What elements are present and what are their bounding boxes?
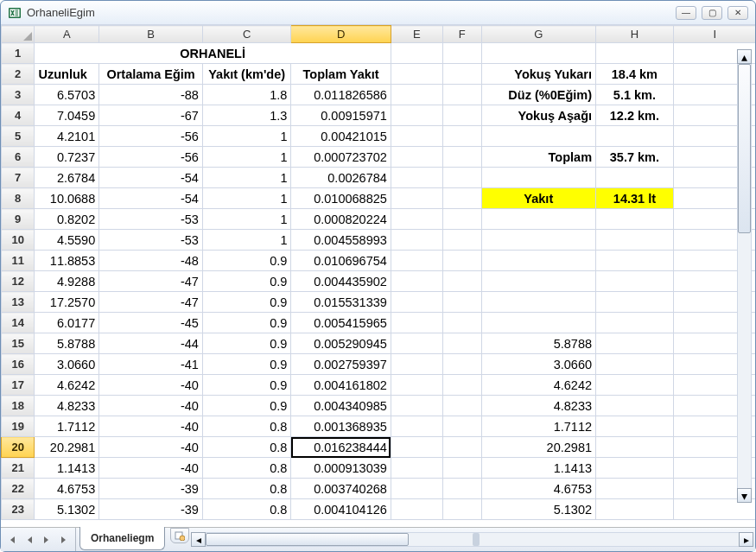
summary-label-3[interactable]: Düz (%0Eğim) xyxy=(481,85,595,105)
cell-H12[interactable] xyxy=(596,271,674,292)
cell-B10[interactable]: -53 xyxy=(99,230,203,251)
cell-A22[interactable]: 4.6753 xyxy=(35,479,99,499)
cell-H18[interactable] xyxy=(596,396,674,416)
cell-D21[interactable]: 0.000913039 xyxy=(291,458,391,479)
cell-E3[interactable] xyxy=(391,85,442,105)
row-header-23[interactable]: 23 xyxy=(2,499,35,520)
cell-H19[interactable] xyxy=(596,416,674,437)
col-header-D[interactable]: D xyxy=(291,26,391,43)
cell-F21[interactable] xyxy=(442,458,481,479)
cell-D3[interactable]: 0.011826586 xyxy=(291,85,391,105)
row-header-7[interactable]: 7 xyxy=(2,168,35,188)
cell-F10[interactable] xyxy=(442,230,481,251)
summary-label-5[interactable] xyxy=(481,126,595,147)
horizontal-scroll-thumb[interactable] xyxy=(206,533,408,546)
cell-A20[interactable]: 20.2981 xyxy=(35,437,99,458)
cell-F13[interactable] xyxy=(442,292,481,313)
cell-A8[interactable]: 10.0688 xyxy=(35,188,99,209)
cell-G13[interactable] xyxy=(481,292,595,313)
cell-D18[interactable]: 0.004340985 xyxy=(291,396,391,416)
cell-F19[interactable] xyxy=(442,416,481,437)
cell-B7[interactable]: -54 xyxy=(99,168,203,188)
cell-G22[interactable]: 4.6753 xyxy=(481,479,595,499)
cell-B12[interactable]: -47 xyxy=(99,271,203,292)
cell-G15[interactable]: 5.8788 xyxy=(481,333,595,354)
col-header-H[interactable]: H xyxy=(596,26,674,43)
tab-prev-button[interactable] xyxy=(22,532,37,548)
sheet-area[interactable]: A B C D E F G H I 1ORHANELİ2UzunlukOrtal… xyxy=(1,25,755,527)
cell-C19[interactable]: 0.8 xyxy=(202,416,291,437)
cell-E20[interactable] xyxy=(391,437,442,458)
cell-E14[interactable] xyxy=(391,313,442,333)
header-toplam-yakit[interactable]: Toplam Yakıt xyxy=(291,64,391,85)
cell-B6[interactable]: -56 xyxy=(99,147,203,168)
cell-H15[interactable] xyxy=(596,333,674,354)
cell-D17[interactable]: 0.004161802 xyxy=(291,375,391,396)
cell-A23[interactable]: 5.1302 xyxy=(35,499,99,520)
cell-G23[interactable]: 5.1302 xyxy=(481,499,595,520)
cell-B22[interactable]: -39 xyxy=(99,479,203,499)
cell-F14[interactable] xyxy=(442,313,481,333)
cell-F4[interactable] xyxy=(442,105,481,126)
cell-E22[interactable] xyxy=(391,479,442,499)
empty-cell[interactable] xyxy=(442,43,481,64)
cell-G18[interactable]: 4.8233 xyxy=(481,396,595,416)
row-header-19[interactable]: 19 xyxy=(2,416,35,437)
cell-G11[interactable] xyxy=(481,251,595,271)
cell-D12[interactable]: 0.004435902 xyxy=(291,271,391,292)
cell-G21[interactable]: 1.1413 xyxy=(481,458,595,479)
row-header-20[interactable]: 20 xyxy=(2,437,35,458)
cell-F6[interactable] xyxy=(442,147,481,168)
cell-D11[interactable]: 0.010696754 xyxy=(291,251,391,271)
cell-D6[interactable]: 0.000723702 xyxy=(291,147,391,168)
cell-H14[interactable] xyxy=(596,313,674,333)
cell-F20[interactable] xyxy=(442,437,481,458)
summary-label-4[interactable]: Yokuş Aşağı xyxy=(481,105,595,126)
cell-A19[interactable]: 1.7112 xyxy=(35,416,99,437)
cell-H23[interactable] xyxy=(596,499,674,520)
cell-H9[interactable] xyxy=(596,209,674,230)
close-button[interactable]: ✕ xyxy=(727,6,748,20)
col-header-B[interactable]: B xyxy=(99,26,203,43)
summary-label-7[interactable] xyxy=(481,168,595,188)
summary-value-3[interactable]: 5.1 km. xyxy=(596,85,674,105)
vertical-scroll-thumb[interactable] xyxy=(738,64,751,233)
row-header-1[interactable]: 1 xyxy=(2,43,35,64)
cell-E13[interactable] xyxy=(391,292,442,313)
cell-E15[interactable] xyxy=(391,333,442,354)
row-header-14[interactable]: 14 xyxy=(2,313,35,333)
cell-C16[interactable]: 0.9 xyxy=(202,354,291,375)
horizontal-scrollbar[interactable]: ◂ ▸ xyxy=(189,528,755,551)
cell-D9[interactable]: 0.000820224 xyxy=(291,209,391,230)
cell-H17[interactable] xyxy=(596,375,674,396)
cell-A14[interactable]: 6.0177 xyxy=(35,313,99,333)
cell-G17[interactable]: 4.6242 xyxy=(481,375,595,396)
tab-first-button[interactable] xyxy=(4,532,20,548)
cell-B18[interactable]: -40 xyxy=(99,396,203,416)
cell-H11[interactable] xyxy=(596,251,674,271)
cell-E23[interactable] xyxy=(391,499,442,520)
cell-D20[interactable]: 0.016238444 xyxy=(291,437,391,458)
cell-D10[interactable]: 0.004558993 xyxy=(291,230,391,251)
cell-D16[interactable]: 0.002759397 xyxy=(291,354,391,375)
cell-E9[interactable] xyxy=(391,209,442,230)
cell-F17[interactable] xyxy=(442,375,481,396)
cell-C17[interactable]: 0.9 xyxy=(202,375,291,396)
cell-B4[interactable]: -67 xyxy=(99,105,203,126)
spreadsheet-grid[interactable]: A B C D E F G H I 1ORHANELİ2UzunlukOrtal… xyxy=(1,25,755,520)
cell-C13[interactable]: 0.9 xyxy=(202,292,291,313)
cell-G16[interactable]: 3.0660 xyxy=(481,354,595,375)
cell-A3[interactable]: 6.5703 xyxy=(35,85,99,105)
summary-value-6[interactable]: 35.7 km. xyxy=(596,147,674,168)
cell-H13[interactable] xyxy=(596,292,674,313)
cell-D5[interactable]: 0.00421015 xyxy=(291,126,391,147)
cell-F11[interactable] xyxy=(442,251,481,271)
cell-D23[interactable]: 0.004104126 xyxy=(291,499,391,520)
sheet-tab[interactable]: Orhaneliegm xyxy=(79,527,165,550)
cell-B23[interactable]: -39 xyxy=(99,499,203,520)
cell-B20[interactable]: -40 xyxy=(99,437,203,458)
header-yakit-km[interactable]: Yakıt (km'de) xyxy=(202,64,291,85)
cell-E21[interactable] xyxy=(391,458,442,479)
cell-A21[interactable]: 1.1413 xyxy=(35,458,99,479)
cell-E7[interactable] xyxy=(391,168,442,188)
